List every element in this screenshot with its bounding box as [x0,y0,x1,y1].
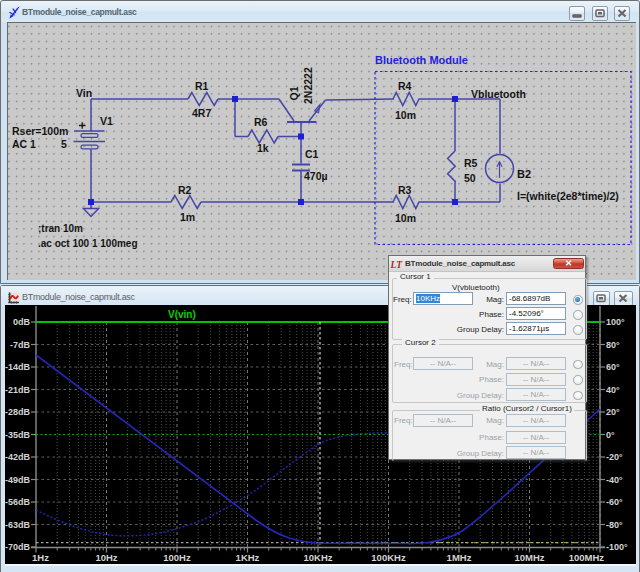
svg-text:LT: LT [390,260,404,270]
